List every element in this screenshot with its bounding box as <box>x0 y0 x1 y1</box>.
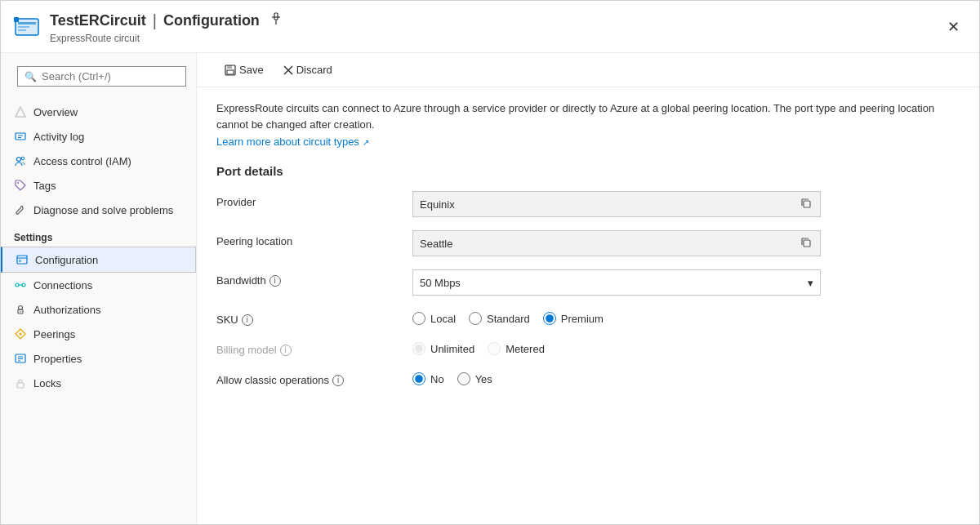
billing-unlimited-radio[interactable] <box>412 342 425 355</box>
discard-icon <box>283 65 293 75</box>
svg-point-15 <box>17 182 19 184</box>
allow-classic-info-icon: i <box>332 375 344 386</box>
provider-copy-button[interactable] <box>799 198 813 211</box>
sidebar-item-locks[interactable]: Locks <box>1 371 196 395</box>
sidebar-item-tags[interactable]: Tags <box>1 173 196 198</box>
svg-rect-37 <box>804 201 810 207</box>
sku-radio-group: Local Standard Premium <box>412 309 821 325</box>
sidebar-item-access-control[interactable]: Access control (IAM) <box>1 149 196 173</box>
page-header: TestERCircuit | Configuration ExpressRou… <box>1 1 979 53</box>
search-icon: 🔍 <box>24 71 37 82</box>
sidebar-item-label: Authorizations <box>33 304 100 316</box>
billing-metered-label: Metered <box>506 343 545 355</box>
provider-field: Equinix <box>412 191 821 217</box>
classic-radio-group: No Yes <box>412 369 821 385</box>
pin-button[interactable] <box>266 9 286 32</box>
bandwidth-info-icon: i <box>270 275 281 287</box>
sku-premium-radio[interactable] <box>543 312 556 325</box>
title-separator: | <box>153 11 157 30</box>
peering-location-row: Peering location Seattle <box>216 230 960 256</box>
sidebar-item-connections[interactable]: Connections <box>1 273 196 297</box>
sku-local-radio[interactable] <box>412 312 425 325</box>
overview-icon <box>14 105 27 118</box>
sku-premium-option[interactable]: Premium <box>543 312 604 325</box>
sidebar-item-overview[interactable]: Overview <box>1 100 196 124</box>
svg-rect-4 <box>18 29 26 31</box>
save-button[interactable]: Save <box>216 60 272 80</box>
bandwidth-field[interactable]: 50 Mbps ▾ <box>412 269 821 296</box>
properties-icon <box>14 352 27 365</box>
sidebar-item-label: Activity log <box>33 131 84 143</box>
billing-info-icon: i <box>280 345 292 356</box>
billing-model-label: Billing model i <box>216 339 412 356</box>
billing-unlimited-label: Unlimited <box>430 343 474 355</box>
people-icon <box>14 154 27 167</box>
billing-unlimited-option[interactable]: Unlimited <box>412 342 474 355</box>
billing-metered-option[interactable]: Metered <box>488 342 545 355</box>
bandwidth-label: Bandwidth i <box>216 269 412 287</box>
sidebar-item-properties[interactable]: Properties <box>1 346 196 371</box>
tag-icon <box>14 179 27 192</box>
sidebar-item-peerings[interactable]: Peerings <box>1 322 196 346</box>
sku-label: SKU i <box>216 309 412 326</box>
sku-premium-label: Premium <box>561 313 604 325</box>
sku-local-option[interactable]: Local <box>412 312 456 325</box>
learn-more-link[interactable]: Learn more about circuit types ↗ <box>216 136 960 148</box>
provider-row: Provider Equinix <box>216 191 960 217</box>
sidebar-item-label: Configuration <box>35 254 98 266</box>
peering-location-label: Peering location <box>216 230 412 247</box>
header-title-group: TestERCircuit | Configuration ExpressRou… <box>50 9 941 44</box>
save-icon <box>225 65 236 76</box>
copy-icon <box>800 237 812 248</box>
billing-metered-radio[interactable] <box>488 342 501 355</box>
svg-rect-5 <box>14 17 19 22</box>
sku-standard-radio[interactable] <box>469 312 482 325</box>
close-button[interactable]: ✕ <box>941 15 966 39</box>
svg-point-20 <box>22 283 25 287</box>
billing-model-field: Unlimited Metered <box>412 339 821 355</box>
billing-radio-group: Unlimited Metered <box>412 339 821 355</box>
settings-section-label: Settings <box>1 222 196 247</box>
bandwidth-row: Bandwidth i 50 Mbps ▾ <box>216 269 960 296</box>
sidebar-item-label: Locks <box>33 377 61 389</box>
svg-rect-38 <box>804 240 810 247</box>
discard-button[interactable]: Discard <box>275 60 341 80</box>
page-title: Configuration <box>163 12 260 29</box>
allow-classic-label: Allow classic operations i <box>216 369 412 386</box>
resource-type: ExpressRoute circuit <box>50 33 941 44</box>
sidebar-item-label: Overview <box>33 106 78 118</box>
sku-standard-label: Standard <box>487 313 530 325</box>
sidebar-item-activity-log[interactable]: Activity log <box>1 124 196 149</box>
resource-name: TestERCircuit <box>50 12 146 29</box>
connections-icon <box>14 278 27 291</box>
sidebar-item-label: Peerings <box>33 328 75 340</box>
sku-info-icon: i <box>242 314 253 326</box>
peering-location-copy-button[interactable] <box>799 237 813 251</box>
classic-yes-radio[interactable] <box>457 372 470 385</box>
sidebar-item-label: Diagnose and solve problems <box>33 204 173 216</box>
classic-no-option[interactable]: No <box>412 372 444 385</box>
svg-point-13 <box>17 158 21 162</box>
svg-point-19 <box>16 283 19 287</box>
svg-marker-9 <box>16 107 25 117</box>
svg-rect-3 <box>18 26 29 28</box>
bandwidth-dropdown[interactable]: 50 Mbps ▾ <box>412 269 821 296</box>
sku-local-label: Local <box>430 313 456 325</box>
sidebar-item-configuration[interactable]: Configuration <box>1 247 196 273</box>
peerings-icon <box>14 327 27 340</box>
provider-label: Provider <box>216 191 412 208</box>
classic-yes-label: Yes <box>475 373 492 385</box>
sidebar-item-label: Properties <box>33 353 82 365</box>
classic-no-radio[interactable] <box>412 372 425 385</box>
svg-rect-31 <box>17 383 24 388</box>
search-box[interactable]: 🔍 <box>17 66 186 87</box>
sidebar-item-label: Tags <box>33 180 56 192</box>
svg-rect-34 <box>227 70 234 74</box>
sku-standard-option[interactable]: Standard <box>469 312 530 325</box>
sidebar-item-diagnose[interactable]: Diagnose and solve problems <box>1 198 196 222</box>
billing-model-row: Billing model i Unlimited Metered <box>216 339 960 356</box>
sidebar-item-authorizations[interactable]: Authorizations <box>1 297 196 322</box>
classic-yes-option[interactable]: Yes <box>457 372 492 385</box>
sku-field: Local Standard Premium <box>412 309 821 325</box>
search-input[interactable] <box>42 70 179 82</box>
